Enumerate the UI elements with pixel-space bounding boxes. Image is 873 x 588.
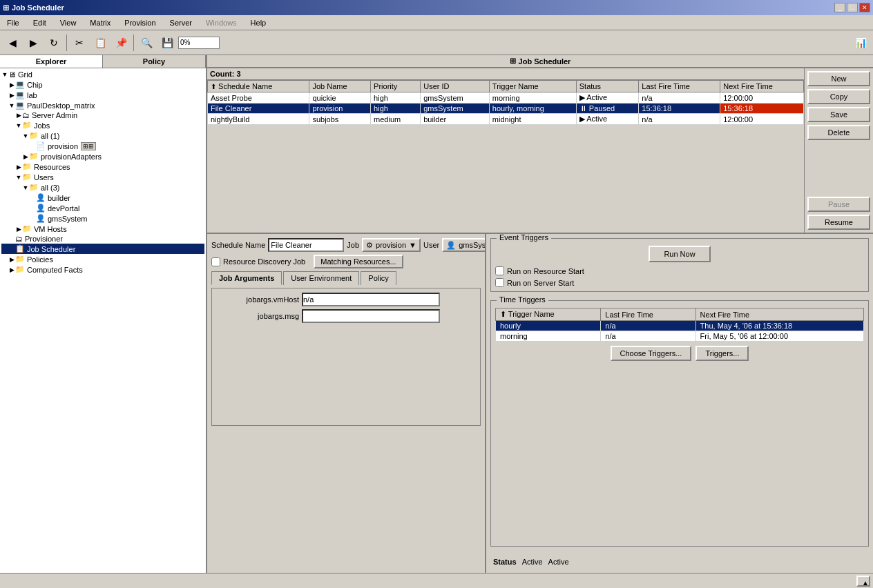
col-last-fire: Last Fire Time: [639, 81, 720, 92]
scheduler-icon: ⊞: [510, 57, 516, 66]
back-button[interactable]: ◀: [3, 33, 22, 52]
forward-button[interactable]: ▶: [23, 33, 43, 52]
tree-item-lab[interactable]: ▶ 💻 lab: [1, 90, 204, 100]
args-msg-input[interactable]: [302, 309, 440, 323]
tree-item-resources[interactable]: ▶ 📁 Resources: [1, 161, 204, 172]
minimize-button[interactable]: _: [834, 3, 845, 12]
active-label: Active: [548, 558, 569, 566]
copy-toolbar-button[interactable]: 📋: [90, 33, 110, 52]
tree-item-all3[interactable]: ▼ 📁 all (3): [1, 182, 204, 193]
paste-button[interactable]: 📌: [111, 33, 131, 52]
menu-provision[interactable]: Provision: [120, 17, 160, 28]
delete-button[interactable]: Delete: [807, 125, 870, 140]
schedule-form-row: Schedule Name Job ⚙ provision ▼ User 👤 g…: [211, 238, 481, 252]
scheduler-header: ⊞ Job Scheduler: [207, 55, 873, 68]
tree-item-users[interactable]: ▼ 📁 Users: [1, 172, 204, 182]
cell-next-fire: 15:36:18: [720, 104, 804, 114]
tab-policy[interactable]: Policy: [361, 271, 396, 285]
separator-1: [66, 35, 67, 51]
tree-item-grid[interactable]: ▼ 🖥 Grid: [1, 70, 204, 79]
run-on-resource-start-checkbox[interactable]: [495, 266, 504, 275]
tree-item-builder[interactable]: 👤 builder: [1, 193, 204, 203]
new-button[interactable]: New: [807, 71, 870, 86]
tree-item-jobscheduler[interactable]: 📋 Job Scheduler: [1, 244, 204, 254]
buttons-panel: New Copy Save Delete Pause Resume: [804, 68, 873, 233]
tab-user-environment[interactable]: User Environment: [283, 271, 359, 285]
cell-last-fire: 15:36:18: [639, 104, 720, 114]
tree-item-jobs[interactable]: ▼ 📁 Jobs: [1, 120, 204, 130]
tree-item-all1[interactable]: ▼ 📁 all (1): [1, 130, 204, 141]
save-toolbar-button[interactable]: 💾: [157, 33, 177, 52]
resume-button[interactable]: Resume: [807, 215, 870, 230]
status-bar-button[interactable]: ▲: [856, 576, 870, 587]
menu-edit[interactable]: Edit: [29, 17, 50, 28]
close-button[interactable]: ✕: [859, 3, 870, 12]
tree-item-gmssystem[interactable]: 👤 gmsSystem: [1, 213, 204, 224]
status-value: Active: [522, 558, 543, 566]
choose-triggers-button[interactable]: Choose Triggers...: [611, 346, 692, 361]
table-row[interactable]: nightlyBuild subjobs medium builder midn…: [208, 114, 804, 125]
args-vmhost-input[interactable]: [302, 293, 440, 306]
tab-job-arguments[interactable]: Job Arguments: [211, 271, 282, 285]
cell-priority: high: [371, 92, 421, 104]
menu-file[interactable]: File: [3, 17, 23, 28]
tree-item-devportal[interactable]: 👤 devPortal: [1, 203, 204, 213]
cell-job-name: provision: [309, 104, 371, 114]
trigger-row-morning[interactable]: morning n/a Fri, May 5, '06 at 12:00:00: [496, 331, 864, 342]
search-button[interactable]: 🔍: [137, 33, 156, 52]
job-select[interactable]: ⚙ provision ▼: [362, 238, 421, 252]
tree-item-chip[interactable]: ▶ 💻 Chip: [1, 79, 204, 90]
tab-explorer[interactable]: Explorer: [0, 55, 103, 68]
copy-button[interactable]: Copy: [807, 89, 870, 104]
trigger-name-cell: morning: [496, 331, 601, 342]
trigger-row-hourly[interactable]: hourly n/a Thu, May 4, '06 at 15:36:18: [496, 321, 864, 331]
schedule-name-label: Schedule Name: [211, 241, 265, 249]
progress-bar: 0%: [178, 37, 220, 49]
tab-policy[interactable]: Policy: [103, 55, 206, 68]
matching-resources-button[interactable]: Matching Resources...: [314, 255, 403, 268]
menu-view[interactable]: View: [56, 17, 81, 28]
run-on-server-start-checkbox[interactable]: [495, 278, 504, 287]
user-select[interactable]: 👤 gmsSystem ▼: [442, 238, 486, 252]
cell-last-fire: n/a: [639, 92, 720, 104]
tree-item-serveradmin[interactable]: ▶ 🗂 Server Admin: [1, 110, 204, 120]
table-row[interactable]: File Cleaner provision high gmsSystem ho…: [208, 104, 804, 114]
chart-button[interactable]: 📊: [851, 33, 870, 52]
menu-windows[interactable]: Windows: [202, 17, 241, 28]
table-row[interactable]: Asset Probe quickie high gmsSystem morni…: [208, 92, 804, 104]
menu-matrix[interactable]: Matrix: [86, 17, 115, 28]
cut-button[interactable]: ✂: [70, 33, 89, 52]
maximize-button[interactable]: □: [847, 3, 858, 12]
cell-schedule-name: File Cleaner: [208, 104, 309, 114]
args-vmhost-label: jobargs.vmHost: [216, 295, 299, 304]
tree-item-policies[interactable]: ▶ 📁 Policies: [1, 254, 204, 264]
detail-section: Schedule Name Job ⚙ provision ▼ User 👤 g…: [207, 234, 873, 573]
save-button[interactable]: Save: [807, 107, 870, 122]
detail-tab-bar: Job Arguments User Environment Policy: [211, 271, 481, 285]
cell-status: ⏸ Paused: [576, 104, 639, 114]
job-icon: ⚙: [366, 241, 373, 250]
tree-item-computedfacts[interactable]: ▶ 📁 Computed Facts: [1, 264, 204, 275]
tree-item-provision[interactable]: 📄 provision ⊞⊞: [1, 141, 204, 151]
tree-item-vmhosts[interactable]: ▶ 📁 VM Hosts: [1, 224, 204, 234]
tree-item-provisionadapters[interactable]: ▶ 📁 provisionAdapters: [1, 151, 204, 161]
schedule-name-input[interactable]: [268, 238, 344, 252]
menu-help[interactable]: Help: [247, 17, 271, 28]
content-area: ⊞ Job Scheduler Count: 3 ⬆ Schedule Name: [207, 55, 873, 573]
col-user-id: User ID: [421, 81, 490, 92]
detail-right: Event Triggers Run Now Run on Resource S…: [486, 234, 873, 573]
menu-server[interactable]: Server: [166, 17, 196, 28]
triggers-button[interactable]: Triggers...: [695, 346, 749, 361]
time-triggers-group: Time Triggers ⬆ Trigger Name Last Fire T…: [490, 300, 869, 547]
col-next-fire: Next Fire Time: [720, 81, 804, 92]
tree-item-provisioner[interactable]: 🗂 Provisioner: [1, 234, 204, 244]
tree-item-pauldesktop[interactable]: ▼ 💻 PaulDesktop_matrix: [1, 100, 204, 110]
run-now-button[interactable]: Run Now: [649, 246, 710, 262]
resource-discovery-checkbox[interactable]: [211, 257, 220, 266]
cell-trigger: hourly, morning: [489, 104, 576, 114]
pause-button[interactable]: Pause: [807, 197, 870, 212]
cell-status: ▶ Active: [576, 114, 639, 125]
refresh-button[interactable]: ↻: [44, 33, 64, 52]
trigger-sort-icon: ⬆: [500, 310, 506, 318]
run-on-resource-start-label: Run on Resource Start: [507, 267, 584, 275]
